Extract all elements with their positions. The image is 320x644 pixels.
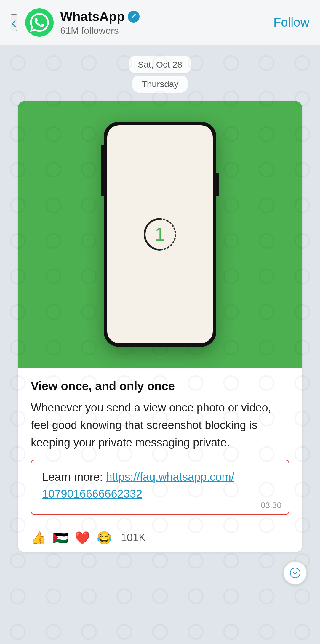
message-card: 1 View once, and only once Whenever you … [18,101,302,552]
reaction-count: 101K [121,531,146,544]
message-text-section: View once, and only once Whenever you se… [18,368,302,523]
message-body: Whenever you send a view once photo or v… [31,399,289,451]
timer-icon: 1 [139,214,181,255]
reaction-heart[interactable]: ❤️ [75,531,90,545]
date-badge-2: Thursday [132,76,187,93]
learn-more-link-2[interactable]: 1079016666662332 [42,488,142,500]
header: ‹ WhatsApp ✓ 61M followers Follow [0,0,320,45]
date-badge-group: Sat, Oct 28 Thursday [12,56,308,93]
reactions-bar: 👍 🇵🇸 ❤️ 😂 101K [18,523,302,552]
reaction-flag[interactable]: 🇵🇸 [53,531,68,545]
message-timestamp: 03:30 [261,501,281,510]
message-image-section: 1 [18,101,302,368]
timer-circle: 1 [139,214,181,255]
message-title: View once, and only once [31,378,289,394]
followers-count: 61M followers [60,25,273,36]
channel-name-row: WhatsApp ✓ [60,9,273,24]
phone-mockup: 1 [104,122,216,347]
reaction-thumbs-up[interactable]: 👍 [31,531,46,545]
svg-point-1 [290,568,300,578]
scroll-down-button[interactable] [283,561,307,585]
channel-info: WhatsApp ✓ 61M followers [60,9,273,36]
whatsapp-logo-icon [30,13,49,32]
follow-button[interactable]: Follow [273,12,309,33]
link-section: Learn more: https://faq.whatsapp.com/ 10… [31,460,289,515]
link-prefix: Learn more: [42,471,106,483]
verified-badge-icon: ✓ [128,11,140,23]
reaction-laughing[interactable]: 😂 [97,531,112,545]
chat-area: Sat, Oct 28 Thursday 1 [0,45,320,644]
channel-logo [25,8,54,37]
channel-name: WhatsApp [60,9,125,24]
date-badge-1: Sat, Oct 28 [129,56,191,73]
message-body-text: Whenever you send a view once photo or v… [31,401,271,449]
timer-number: 1 [155,225,165,244]
back-button[interactable]: ‹ [11,14,17,31]
learn-more-link[interactable]: https://faq.whatsapp.com/ [106,471,234,483]
link-text: Learn more: https://faq.whatsapp.com/ 10… [42,471,234,500]
chevron-down-icon [290,568,300,578]
